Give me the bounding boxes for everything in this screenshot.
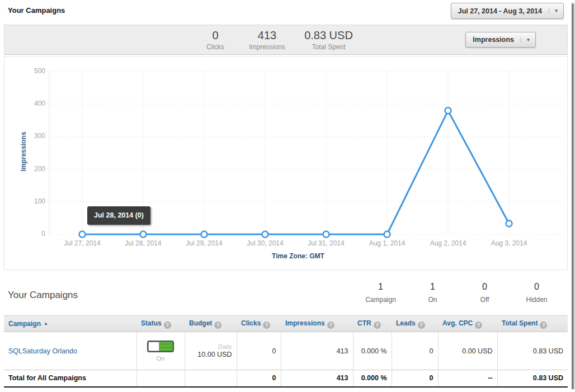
clicks-label: Clicks — [190, 43, 241, 51]
date-range-dropdown-arrow[interactable]: ▼ — [549, 8, 563, 13]
data-point-marker[interactable] — [384, 232, 390, 238]
total-spent-value: 0.83 USD — [294, 29, 364, 42]
chart-tooltip: Jul 28, 2014 (0) — [87, 206, 150, 225]
table-header-row: Campaign▲ Status? Budget? Clicks? Impres… — [4, 316, 568, 332]
toggle-knob — [148, 342, 159, 351]
data-point-marker[interactable] — [201, 232, 208, 238]
ctr-header-label: CTR — [357, 319, 371, 327]
page-title: Your Campaigns — [8, 6, 65, 15]
totals-budget-cell — [185, 370, 237, 387]
budget-type: Daily — [190, 343, 232, 350]
column-header-impressions[interactable]: Impressions? — [281, 316, 353, 332]
campaigns-section-title: Your Campaigns — [8, 290, 78, 301]
total-spent-header-label: Total Spent — [502, 319, 538, 327]
total-spent-metric: 0.83 USD Total Spent — [294, 29, 364, 51]
summary-hidden-count: 0 Hidden — [511, 282, 563, 304]
column-header-avg-cpc[interactable]: Avg. CPC? — [438, 316, 497, 332]
data-point-marker[interactable] — [140, 232, 147, 238]
column-header-clicks[interactable]: Clicks? — [237, 316, 281, 332]
budget-amount: 10.00 USD — [190, 351, 232, 358]
campaign-total-spent-cell: 0.83 USD — [497, 332, 568, 370]
totals-ctr-cell: 0.000 % — [353, 370, 392, 387]
total-spent-label: Total Spent — [294, 43, 364, 51]
impressions-metric: 413 Impressions — [241, 29, 294, 51]
y-tick-label: 300 — [23, 132, 45, 140]
y-tick-label: 200 — [23, 165, 45, 173]
data-point-marker[interactable] — [79, 232, 86, 238]
x-axis-label: Jul 30, 2014 — [237, 239, 293, 247]
totals-clicks-cell: 0 — [237, 370, 281, 387]
chart-metric-label: Impressions — [466, 32, 521, 47]
campaign-clicks-cell: 0 — [237, 332, 281, 370]
help-icon[interactable]: ? — [475, 322, 482, 329]
impressions-value: 413 — [241, 29, 294, 42]
column-header-ctr[interactable]: CTR? — [353, 316, 392, 332]
column-header-campaign[interactable]: Campaign▲ — [4, 316, 136, 332]
chart-metric-selector[interactable]: Impressions ▼ — [465, 32, 536, 48]
totals-status-cell — [136, 370, 185, 387]
campaign-leads-cell: 0 — [392, 332, 438, 370]
off-count-value: 0 — [459, 282, 511, 292]
hidden-count-value: 0 — [511, 282, 563, 292]
chart-metric-dropdown-arrow[interactable]: ▼ — [521, 37, 535, 42]
column-header-status[interactable]: Status? — [136, 316, 185, 332]
on-count-label: On — [407, 296, 459, 304]
column-header-leads[interactable]: Leads? — [392, 316, 438, 332]
data-point-marker[interactable] — [323, 232, 329, 238]
summary-on-count: 1 On — [407, 282, 459, 304]
y-tick-label: 100 — [23, 197, 45, 205]
x-axis-label: Aug 2, 2014 — [420, 239, 476, 247]
on-count-value: 1 — [407, 282, 459, 292]
data-point-marker[interactable] — [445, 107, 451, 114]
status-toggle[interactable] — [147, 341, 174, 352]
data-point-marker[interactable] — [506, 220, 512, 226]
help-icon[interactable]: ? — [263, 322, 270, 329]
off-count-label: Off — [459, 296, 511, 304]
campaign-count-label: Campaign — [355, 296, 407, 304]
totals-avg-cpc-cell: -- — [438, 370, 497, 387]
campaign-avg-cpc-cell: 0.00 USD — [438, 332, 497, 370]
x-axis-label: Jul 28, 2014 — [115, 239, 171, 247]
totals-leads-cell: 0 — [392, 370, 438, 387]
x-axis-label: Jul 27, 2014 — [54, 239, 110, 247]
timezone-note: Time Zone: GMT — [49, 252, 547, 260]
clicks-value: 0 — [190, 29, 241, 42]
help-icon[interactable]: ? — [164, 322, 171, 329]
hidden-count-label: Hidden — [511, 296, 563, 304]
data-point-marker[interactable] — [262, 232, 268, 238]
impressions-chart-panel: Impressions 0100200300400500Jul 27, 2014… — [4, 56, 568, 270]
campaign-manager-screen: Your Campaigns Jul 27, 2014 - Aug 3, 201… — [0, 0, 572, 389]
x-axis-label: Jul 29, 2014 — [176, 239, 232, 247]
clicks-metric: 0 Clicks — [190, 29, 241, 51]
x-axis-label: Aug 1, 2014 — [359, 239, 415, 247]
column-header-total-spent[interactable]: Total Spent? — [497, 316, 568, 332]
help-icon[interactable]: ? — [540, 322, 547, 329]
campaign-name-cell: SQLSaturday Orlando — [4, 332, 136, 370]
campaigns-summary: 1 Campaign 1 On 0 Off 0 Hidden — [355, 282, 563, 304]
column-header-budget[interactable]: Budget? — [185, 316, 237, 332]
totals-impressions-cell: 413 — [281, 370, 353, 387]
y-tick-label: 0 — [23, 230, 45, 238]
y-tick-label: 400 — [23, 100, 45, 107]
leads-header-label: Leads — [396, 319, 416, 327]
campaign-status-cell: On — [136, 332, 185, 370]
totals-row: Total for All Campaigns 0 413 0.000 % 0 … — [4, 370, 568, 387]
clicks-header-label: Clicks — [241, 319, 261, 327]
x-axis-label: Jul 31, 2014 — [298, 239, 354, 247]
help-icon[interactable]: ? — [214, 322, 221, 329]
date-range-button[interactable]: Jul 27, 2014 - Aug 3, 2014 ▼ — [451, 3, 564, 19]
campaign-link[interactable]: SQLSaturday Orlando — [8, 347, 77, 355]
campaign-header-label: Campaign — [8, 320, 41, 328]
help-icon[interactable]: ? — [418, 322, 425, 329]
campaign-budget-cell: Daily 10.00 USD — [185, 332, 237, 370]
status-toggle-label: On — [142, 355, 180, 362]
summary-off-count: 0 Off — [459, 282, 511, 304]
help-icon[interactable]: ? — [327, 322, 334, 329]
help-icon[interactable]: ? — [374, 322, 381, 329]
budget-header-label: Budget — [189, 319, 212, 327]
sort-ascending-icon[interactable]: ▲ — [44, 321, 48, 326]
impressions-label: Impressions — [241, 43, 294, 51]
impressions-header-label: Impressions — [285, 319, 325, 327]
campaigns-table: Campaign▲ Status? Budget? Clicks? Impres… — [4, 315, 568, 388]
chevron-down-icon: ▼ — [526, 37, 531, 42]
